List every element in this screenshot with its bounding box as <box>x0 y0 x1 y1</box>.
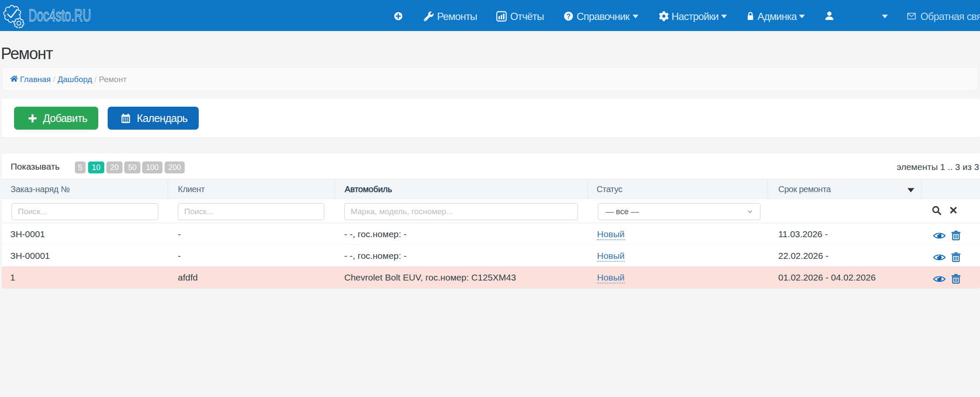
svg-text:Doc4sto.RU: Doc4sto.RU <box>29 6 91 25</box>
svg-text:?: ? <box>566 13 571 20</box>
